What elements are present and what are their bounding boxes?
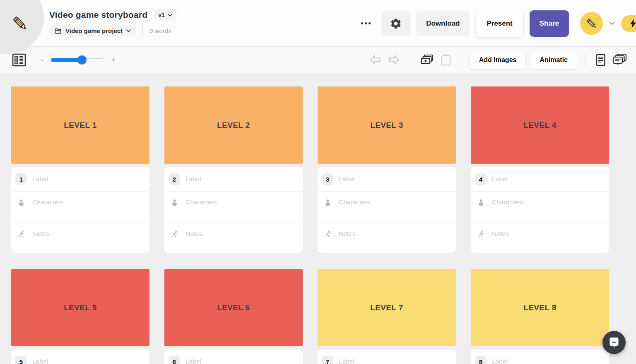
label-placeholder: Label — [339, 175, 354, 183]
characters-placeholder: Characters — [186, 199, 217, 223]
grid-view-button[interactable] — [12, 53, 26, 67]
frame-info-panel: 1 Label Characters Notes — [11, 167, 149, 253]
frame-card: LEVEL 8 8 Label Characters Notes — [471, 269, 609, 364]
frame-card: LEVEL 3 3 Label Characters Notes — [318, 86, 456, 253]
project-name: Video game project — [65, 27, 123, 34]
chat-bubble-icon — [608, 336, 620, 349]
frame-notes-field[interactable]: Notes — [164, 223, 303, 253]
frame-notes-field[interactable]: Notes — [11, 223, 149, 253]
person-icon — [15, 199, 27, 207]
frame-label-field[interactable]: 7 Label — [318, 350, 456, 364]
frame-image[interactable]: LEVEL 8 — [471, 269, 609, 346]
gear-icon — [390, 17, 402, 30]
frame-image[interactable]: LEVEL 2 — [164, 86, 303, 164]
folder-icon — [54, 28, 62, 34]
title-block: Video game storyboard v1 Video game proj… — [49, 9, 176, 37]
frame-card: LEVEL 7 7 Label Characters Notes — [318, 269, 456, 364]
label-placeholder: Label — [32, 358, 48, 364]
frame-info-panel: 3 Label Characters Notes — [318, 167, 456, 253]
copy-frames-icon — [420, 54, 434, 66]
upgrade-button[interactable] — [621, 15, 636, 32]
frame-label-field[interactable]: 3 Label — [318, 167, 456, 191]
frame-number-badge: 4 — [475, 173, 487, 185]
frame-image[interactable]: LEVEL 5 — [11, 269, 149, 346]
paste-button[interactable] — [441, 54, 451, 66]
frame-info-panel: 2 Label Characters Notes — [164, 167, 303, 253]
project-dropdown[interactable]: Video game project — [49, 25, 136, 37]
characters-placeholder: Characters — [339, 199, 370, 223]
frame-image[interactable]: LEVEL 6 — [164, 269, 303, 346]
avatar[interactable] — [580, 12, 603, 35]
frames-grid: LEVEL 1 1 Label Characters Notes — [11, 86, 636, 364]
frame-characters-field[interactable]: Characters — [164, 191, 303, 223]
frame-label-field[interactable]: 6 Label — [164, 350, 303, 364]
word-count: 0 words — [149, 27, 171, 34]
running-person-icon — [15, 230, 27, 238]
frame-label-field[interactable]: 1 Label — [11, 167, 149, 191]
animatic-button[interactable]: Animatic — [530, 51, 577, 69]
zoom-slider-thumb[interactable] — [77, 55, 87, 65]
frame-label-field[interactable]: 5 Label — [11, 350, 149, 364]
account-chevron-down-icon[interactable] — [609, 22, 615, 25]
zoom-in-button[interactable]: + — [110, 55, 118, 65]
undo-button[interactable] — [369, 54, 381, 66]
copy-frames-button[interactable] — [420, 54, 434, 66]
frame-characters-field[interactable]: Characters — [471, 191, 609, 223]
redo-arrow-icon — [388, 54, 400, 66]
frame-image[interactable]: LEVEL 7 — [318, 269, 456, 346]
frame-title: LEVEL 1 — [64, 121, 97, 130]
pencil-logo-icon[interactable] — [12, 15, 29, 32]
frame-label-field[interactable]: 2 Label — [164, 167, 303, 191]
running-person-icon — [475, 230, 487, 238]
label-placeholder: Label — [186, 175, 201, 183]
running-person-icon — [169, 230, 180, 238]
frame-number-badge: 1 — [15, 173, 27, 185]
frame-characters-field[interactable]: Characters — [318, 191, 456, 223]
frame-label-field[interactable]: 4 Label — [471, 167, 609, 191]
label-placeholder: Label — [339, 358, 354, 364]
person-icon — [322, 199, 333, 207]
version-dropdown[interactable]: v1 — [154, 9, 176, 21]
storyboard-list-icon — [12, 53, 26, 67]
frame-image[interactable]: LEVEL 1 — [11, 86, 149, 164]
frame-title: LEVEL 7 — [370, 303, 403, 312]
settings-button[interactable] — [382, 11, 410, 36]
share-button[interactable]: Share — [530, 10, 569, 37]
frame-number-badge: 8 — [475, 356, 487, 364]
present-button[interactable]: Present — [476, 10, 523, 37]
more-options-icon[interactable] — [361, 22, 371, 24]
frame-card: LEVEL 5 5 Label Characters Notes — [11, 269, 149, 364]
comments-stack-icon — [612, 53, 627, 66]
frame-label-field[interactable]: 8 Label — [471, 350, 609, 364]
redo-button[interactable] — [388, 54, 400, 66]
frame-notes-field[interactable]: Notes — [318, 223, 456, 253]
frame-notes-field[interactable]: Notes — [471, 223, 609, 253]
download-button[interactable]: Download — [416, 11, 470, 36]
notes-placeholder: Notes — [32, 230, 49, 253]
label-placeholder: Label — [492, 358, 508, 364]
zoom-out-button[interactable]: - — [39, 55, 45, 65]
frame-title: LEVEL 2 — [217, 121, 250, 130]
frame-title: LEVEL 8 — [523, 303, 556, 312]
script-button[interactable] — [595, 54, 606, 66]
frame-image[interactable]: LEVEL 3 — [318, 86, 456, 164]
frame-card: LEVEL 1 1 Label Characters Notes — [11, 86, 149, 253]
frame-image[interactable]: LEVEL 4 — [471, 86, 609, 164]
header-actions: Download Present Share — [361, 0, 636, 47]
pencil-avatar-icon — [585, 17, 598, 30]
chevron-down-icon — [126, 29, 131, 32]
add-images-button[interactable]: Add Images — [470, 51, 526, 69]
chevron-down-icon — [168, 14, 172, 17]
frame-title: LEVEL 3 — [370, 121, 403, 130]
zoom-slider[interactable] — [51, 55, 104, 65]
frame-characters-field[interactable]: Characters — [11, 191, 149, 223]
frame-number-badge: 5 — [15, 356, 27, 364]
storyboard-canvas: LEVEL 1 1 Label Characters Notes — [0, 73, 636, 364]
version-label: v1 — [158, 12, 165, 18]
divider — [142, 25, 143, 37]
chat-launcher-button[interactable] — [602, 331, 626, 354]
frame-info-panel: 5 Label Characters Notes — [11, 350, 149, 364]
comments-button[interactable] — [612, 53, 627, 66]
characters-placeholder: Characters — [492, 199, 523, 223]
frame-info-panel: 8 Label Characters Notes — [471, 350, 609, 364]
